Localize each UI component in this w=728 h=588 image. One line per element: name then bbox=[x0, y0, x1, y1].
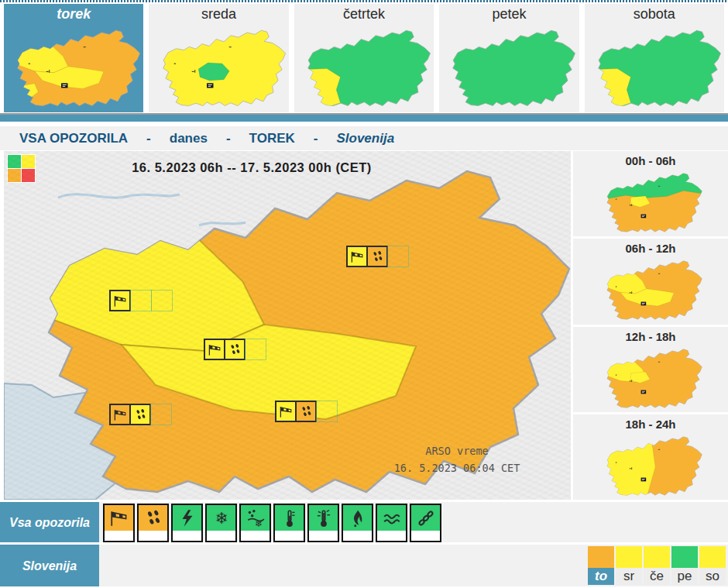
day-warning-color bbox=[671, 546, 698, 568]
warning-type-legend: ❄ ❄ bbox=[103, 504, 441, 542]
warning-type-wind[interactable] bbox=[103, 504, 135, 542]
time-panel-label: 00h - 06h bbox=[625, 151, 675, 170]
warning-type-sea-state[interactable] bbox=[376, 504, 407, 542]
warning-type-snow[interactable]: ❄ bbox=[205, 504, 237, 542]
map-warning-group bbox=[275, 401, 338, 422]
rain-icon bbox=[370, 249, 385, 264]
map-warning-group bbox=[204, 339, 266, 360]
day-label[interactable]: to bbox=[588, 568, 614, 585]
day-label[interactable]: so bbox=[699, 568, 726, 585]
breadcrumb: VSA OPOZORILA - danes - TOREK - Slovenij… bbox=[0, 126, 728, 150]
wind-icon bbox=[208, 342, 222, 357]
separator-bar bbox=[0, 113, 728, 122]
day-summary-sr: sr bbox=[616, 546, 642, 585]
warning-type-day-strip bbox=[275, 531, 304, 541]
day-warning-color bbox=[699, 546, 726, 568]
warning-level-legend bbox=[7, 154, 36, 183]
weather-warning-page: toreksredačetrtekpeteksobota VSA OPOZORI… bbox=[0, 0, 728, 588]
day-summary-to: to bbox=[588, 546, 614, 585]
time-interval-panels: 00h - 06h06h - 12h12h - 18h18h - 24h bbox=[573, 151, 728, 500]
legend-orange-level bbox=[8, 169, 21, 182]
warning-type-ice[interactable] bbox=[410, 504, 441, 542]
tab-label: petek bbox=[492, 4, 526, 25]
slovenia-map bbox=[7, 25, 140, 108]
warning-type-low-temperature[interactable] bbox=[273, 504, 305, 542]
day-summary-pe: pe bbox=[671, 546, 698, 585]
warning-type-blowing-snow[interactable]: ❄ bbox=[239, 504, 271, 542]
top-dotted-rule bbox=[0, 0, 728, 2]
wind-icon bbox=[109, 508, 129, 528]
slovenia-map bbox=[442, 25, 575, 108]
high-temperature-icon bbox=[314, 508, 334, 528]
breadcrumb-separator: - bbox=[226, 131, 231, 146]
wind-icon bbox=[113, 407, 128, 422]
low-temperature-icon bbox=[280, 508, 300, 528]
empty-warning-slot bbox=[150, 404, 172, 425]
breadcrumb-all-warnings: VSA OPOZORILA bbox=[19, 131, 128, 146]
empty-warning-slot bbox=[316, 401, 338, 422]
warning-type-day-strip bbox=[173, 531, 201, 541]
region-button[interactable]: Slovenija bbox=[0, 545, 99, 586]
rain-icon bbox=[228, 342, 242, 357]
day-summary-cells: tosrčepeso bbox=[588, 546, 726, 585]
credit-source: ARSO vreme bbox=[368, 442, 546, 459]
warning-type-high-temperature[interactable] bbox=[307, 504, 339, 542]
region-summary-row: Slovenija tosrčepeso bbox=[0, 545, 728, 586]
day-warning-color bbox=[644, 546, 670, 568]
slovenia-map bbox=[579, 257, 722, 321]
warning-cell-wind bbox=[275, 401, 297, 422]
tab-torek[interactable]: torek bbox=[4, 4, 143, 112]
tab-sreda[interactable]: sreda bbox=[149, 4, 288, 112]
tab-label: torek bbox=[57, 4, 91, 25]
time-panel-18h-24h[interactable]: 18h - 24h bbox=[573, 414, 728, 500]
svg-text:❄: ❄ bbox=[215, 508, 228, 527]
validity-period: 16. 5.2023 06h -- 17. 5.2023 00h (CET) bbox=[50, 160, 453, 175]
day-label[interactable]: pe bbox=[671, 568, 698, 585]
warning-cell-rain bbox=[129, 404, 151, 425]
legend-red-level bbox=[22, 169, 35, 182]
legend-yellow-level bbox=[22, 155, 35, 168]
warning-type-fire[interactable] bbox=[342, 504, 373, 542]
warning-type-rain[interactable] bbox=[137, 504, 169, 542]
time-panel-06h-12h[interactable]: 06h - 12h bbox=[573, 239, 728, 324]
breadcrumb-separator: - bbox=[146, 131, 151, 146]
rain-icon bbox=[133, 407, 148, 422]
rain-icon bbox=[299, 404, 314, 419]
day-summary-ce: če bbox=[644, 546, 670, 585]
time-panel-00h-06h[interactable]: 00h - 06h bbox=[573, 151, 728, 236]
breadcrumb-region: Slovenija bbox=[336, 131, 394, 146]
main-warning-map: 16. 5.2023 06h -- 17. 5.2023 00h (CET) A… bbox=[4, 151, 571, 500]
credit-timestamp: 16. 5.2023 06:04 CET bbox=[368, 459, 546, 476]
time-panel-12h-18h[interactable]: 12h - 18h bbox=[573, 327, 728, 412]
fire-icon bbox=[348, 508, 368, 528]
day-label[interactable]: sr bbox=[616, 568, 642, 585]
warning-type-thunderstorm[interactable] bbox=[171, 504, 203, 542]
tab-petek[interactable]: petek bbox=[439, 4, 579, 112]
rain-icon bbox=[143, 508, 163, 528]
warning-type-day-strip bbox=[139, 531, 167, 541]
day-warning-color bbox=[616, 546, 642, 568]
empty-warning-slot bbox=[130, 290, 152, 311]
all-warnings-button[interactable]: Vsa opozorila bbox=[0, 502, 99, 542]
warning-type-day-strip bbox=[343, 531, 372, 541]
day-label[interactable]: če bbox=[644, 568, 670, 585]
day-warning-color bbox=[588, 546, 614, 568]
slovenia-map bbox=[579, 346, 722, 409]
warning-cell-wind bbox=[346, 246, 368, 267]
tab-cetrtek[interactable]: četrtek bbox=[294, 4, 434, 112]
tab-label: četrtek bbox=[343, 4, 385, 25]
slovenia-map bbox=[579, 433, 722, 497]
tab-sobota[interactable]: sobota bbox=[585, 4, 724, 112]
warning-type-day-strip bbox=[377, 531, 406, 541]
slovenia-map bbox=[588, 25, 721, 108]
legend-green-level bbox=[8, 155, 21, 168]
breadcrumb-day-name: TOREK bbox=[249, 131, 295, 146]
wind-icon bbox=[279, 404, 294, 419]
warning-cell-rain bbox=[295, 401, 317, 422]
wind-icon bbox=[350, 249, 365, 264]
warning-cell-wind bbox=[204, 339, 225, 360]
day-tabs: toreksredačetrtekpeteksobota bbox=[0, 4, 728, 112]
day-summary-so: so bbox=[699, 546, 726, 585]
empty-warning-slot bbox=[151, 290, 173, 311]
tab-label: sreda bbox=[201, 4, 236, 25]
